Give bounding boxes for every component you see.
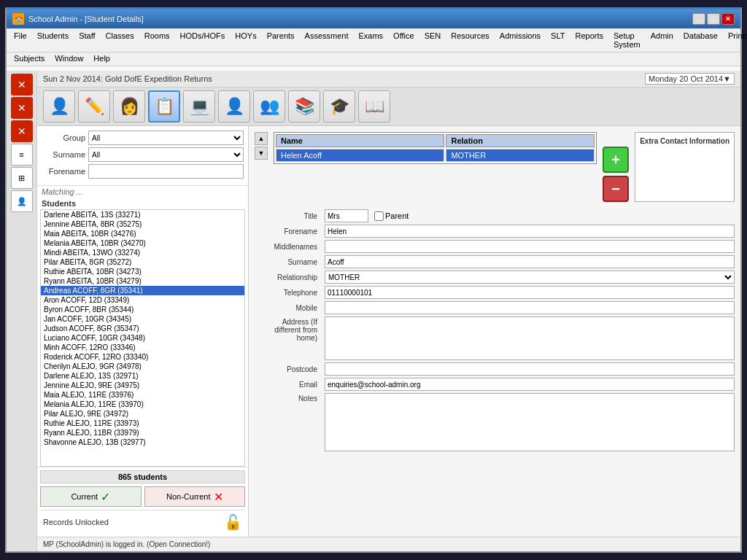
remove-contact-button[interactable]: − bbox=[603, 176, 629, 202]
current-button[interactable]: Current ✓ bbox=[40, 486, 142, 507]
menu-database[interactable]: Database bbox=[679, 30, 722, 50]
student-item[interactable]: Cherilyn ALEJO, 9GR (34978) bbox=[41, 362, 244, 371]
menu-printouts[interactable]: Printouts bbox=[724, 30, 747, 50]
student-tab-4[interactable]: 💻 bbox=[183, 90, 215, 122]
non-current-button[interactable]: Non-Current ✕ bbox=[144, 486, 246, 507]
forename-input[interactable] bbox=[88, 164, 244, 179]
nav-up-arrow[interactable]: ▲ bbox=[255, 132, 268, 145]
menu-staff[interactable]: Staff bbox=[74, 30, 99, 50]
menu-rooms[interactable]: Rooms bbox=[140, 30, 174, 50]
student-list[interactable]: Darlene ABEITA, 13S (33271) Jennine ABEI… bbox=[40, 209, 245, 467]
student-tab-9[interactable]: 📖 bbox=[358, 90, 390, 122]
forename-field[interactable] bbox=[325, 225, 735, 238]
sidebar-icon-red-1[interactable]: ✕ bbox=[11, 74, 33, 96]
menu-students[interactable]: Students bbox=[33, 30, 73, 50]
student-item[interactable]: Judson ACOFF, 8GR (35347) bbox=[41, 324, 244, 333]
maximize-button[interactable]: □ bbox=[707, 13, 720, 25]
student-item[interactable]: Luciano ACOFF, 10GR (34348) bbox=[41, 333, 244, 343]
menu-window[interactable]: Window bbox=[50, 52, 88, 64]
surname-select[interactable]: All bbox=[88, 147, 244, 162]
student-item[interactable]: Darlene ALEJO, 13S (32971) bbox=[41, 371, 244, 381]
student-item[interactable]: Melania ABEITA, 10BR (34270) bbox=[41, 238, 244, 248]
student-item[interactable]: Maia ALEJO, 11RE (33976) bbox=[41, 390, 244, 400]
menu-office[interactable]: Office bbox=[389, 30, 419, 50]
minimize-button[interactable]: _ bbox=[692, 13, 705, 25]
menu-setup[interactable]: Setup System bbox=[609, 30, 645, 50]
student-item[interactable]: Jan ACOFF, 10GR (34345) bbox=[41, 314, 244, 324]
close-button[interactable]: ✕ bbox=[721, 13, 735, 25]
menu-file[interactable]: File bbox=[9, 30, 31, 50]
student-item[interactable]: Ruthie ABEITA, 10BR (34273) bbox=[41, 267, 244, 276]
contact-table-row[interactable]: Helen Acoff MOTHER bbox=[276, 149, 595, 162]
student-item[interactable]: Jennine ALEJO, 9RE (34975) bbox=[41, 381, 244, 390]
current-label: Current bbox=[71, 492, 98, 501]
student-tab-8[interactable]: 🎓 bbox=[323, 90, 355, 122]
student-item[interactable]: Minh ACOFF, 12RO (33346) bbox=[41, 343, 244, 352]
menu-sen[interactable]: SEN bbox=[420, 30, 446, 50]
current-checkmark-icon: ✓ bbox=[101, 490, 110, 504]
relationship-select[interactable]: MOTHER FATHER GUARDIAN STEP-MOTHER STEP-… bbox=[325, 271, 735, 284]
menu-parents[interactable]: Parents bbox=[263, 30, 299, 50]
student-tab-3[interactable]: 📋 bbox=[148, 90, 180, 122]
student-item[interactable]: Roderick ACOFF, 12RO (33340) bbox=[41, 352, 244, 362]
student-tab-1[interactable]: ✏️ bbox=[78, 90, 110, 122]
student-item[interactable]: Maia ABEITA, 10BR (34276) bbox=[41, 229, 244, 238]
student-tab-5[interactable]: 👤 bbox=[218, 90, 250, 122]
filter-row-forename: Forename bbox=[42, 164, 244, 179]
menu-exams[interactable]: Exams bbox=[354, 30, 387, 50]
student-tab-2[interactable]: 👩 bbox=[113, 90, 145, 122]
menu-hods[interactable]: HODs/HOFs bbox=[176, 30, 230, 50]
menu-hoys[interactable]: HOYs bbox=[231, 30, 260, 50]
student-item[interactable]: Melania ALEJO, 11RE (33970) bbox=[41, 400, 244, 409]
menu-subjects[interactable]: Subjects bbox=[9, 52, 49, 64]
student-item[interactable]: Mindi ABEITA, 13WO (33274) bbox=[41, 248, 244, 257]
student-item-selected[interactable]: Andreas ACOFF, 8GR (35341) bbox=[41, 286, 244, 295]
sidebar-icon-red-2[interactable]: ✕ bbox=[11, 97, 33, 119]
student-tab-0[interactable]: 👤 bbox=[43, 90, 75, 122]
menu-admin[interactable]: Admin bbox=[646, 30, 678, 50]
telephone-field[interactable] bbox=[325, 286, 735, 299]
address-field[interactable] bbox=[325, 316, 735, 360]
sidebar-icon-empty-1[interactable]: ≡ bbox=[11, 144, 33, 166]
menu-help[interactable]: Help bbox=[89, 52, 115, 64]
title-input[interactable] bbox=[325, 209, 368, 222]
group-select[interactable]: All bbox=[88, 131, 244, 145]
student-item[interactable]: Ruthie ALEJO, 11RE (33973) bbox=[41, 419, 244, 428]
student-item[interactable]: Shavonne ALEJO, 13B (32977) bbox=[41, 438, 244, 447]
parent-checkbox[interactable] bbox=[374, 211, 384, 221]
parent-label: Parent bbox=[385, 211, 409, 220]
menu-admissions[interactable]: Admissions bbox=[495, 30, 545, 50]
surname-field[interactable] bbox=[325, 255, 735, 268]
student-item[interactable]: Byron ACOFF, 8BR (35344) bbox=[41, 305, 244, 314]
student-item[interactable]: Pilar ABEITA, 8GR (35272) bbox=[41, 257, 244, 267]
sidebar-icon-empty-3[interactable]: 👤 bbox=[11, 190, 33, 212]
menu-assessment[interactable]: Assessment bbox=[301, 30, 353, 50]
surname-field-label: Surname bbox=[255, 258, 320, 266]
postcode-field[interactable] bbox=[325, 362, 735, 376]
sidebar-icon-red-3[interactable]: ✕ bbox=[11, 120, 33, 142]
nav-arrows: ▲ ▼ bbox=[255, 132, 268, 202]
student-item[interactable]: Aron ACOFF, 12D (33349) bbox=[41, 295, 244, 305]
student-item[interactable]: Pilar ALEJO, 9RE (34972) bbox=[41, 409, 244, 419]
student-tab-6[interactable]: 👥 bbox=[253, 90, 285, 122]
menu-slt[interactable]: SLT bbox=[546, 30, 569, 50]
menu-classes[interactable]: Classes bbox=[101, 30, 139, 50]
student-item[interactable]: Ryann ABEITA, 10BR (34279) bbox=[41, 276, 244, 286]
date-display[interactable]: Monday 20 Oct 2014▼ bbox=[645, 73, 735, 85]
student-item[interactable]: Jennine ABEITA, 8BR (35275) bbox=[41, 219, 244, 229]
email-field[interactable] bbox=[325, 378, 735, 391]
announcement-text: Sun 2 Nov 2014: Gold DofE Expedition Ret… bbox=[43, 74, 212, 83]
middlenames-field[interactable] bbox=[325, 240, 735, 253]
parent-checkbox-label: Parent bbox=[374, 211, 409, 221]
student-item[interactable]: Darlene ABEITA, 13S (33271) bbox=[41, 210, 244, 219]
student-tab-7[interactable]: 📚 bbox=[288, 90, 320, 122]
menu-reports[interactable]: Reports bbox=[570, 30, 608, 50]
mobile-field[interactable] bbox=[325, 301, 735, 314]
nav-down-arrow[interactable]: ▼ bbox=[255, 147, 268, 160]
sidebar-icon-empty-2[interactable]: ⊞ bbox=[11, 167, 33, 189]
student-item[interactable]: Ryann ALEJO, 11BR (33979) bbox=[41, 428, 244, 438]
menu-resources[interactable]: Resources bbox=[446, 30, 494, 50]
add-contact-button[interactable]: + bbox=[603, 147, 629, 173]
window-controls: _ □ ✕ bbox=[692, 13, 735, 25]
notes-field[interactable] bbox=[325, 393, 735, 451]
